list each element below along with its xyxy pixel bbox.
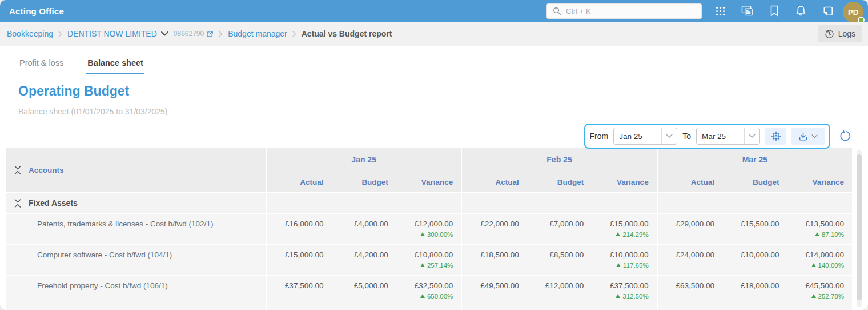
download-icon xyxy=(798,132,808,141)
settings-button[interactable] xyxy=(765,128,786,145)
trend-up-icon xyxy=(420,232,425,236)
company-dropdown-chevron-icon[interactable] xyxy=(161,31,168,36)
to-month-value: Mar 25 xyxy=(697,128,744,144)
budget-value: £12,000.00 xyxy=(527,276,592,310)
history-icon xyxy=(825,29,834,39)
page-subtitle: Balance sheet (01/01/2025 to 31/03/2025) xyxy=(18,107,868,116)
account-name: Freehold property - Cost b/fwd (106/1) xyxy=(6,276,266,310)
search-input[interactable] xyxy=(566,7,696,15)
trend-up-icon xyxy=(811,294,816,298)
budget-value: £15,500.00 xyxy=(722,214,787,244)
logs-button[interactable]: Logs xyxy=(818,25,862,42)
group-row-fixed-assets[interactable]: Fixed Assets xyxy=(6,193,852,213)
breadcrumb-separator-icon xyxy=(219,31,223,37)
variance-percent: 252.78% xyxy=(795,293,844,300)
breadcrumb-budget-manager[interactable]: Budget manager xyxy=(228,29,287,38)
collapse-all-icon[interactable] xyxy=(14,165,21,175)
breadcrumb-separator-icon xyxy=(58,31,62,37)
breadcrumb: Bookkeeping DENTIST NOW LIMITED 08662790… xyxy=(0,22,868,46)
breadcrumb-bookkeeping[interactable]: Bookkeeping xyxy=(7,29,53,38)
variance-value: £15,000.00 214.29% xyxy=(592,214,656,244)
col-header-variance[interactable]: Variance xyxy=(396,178,461,186)
variance-percent: 312.50% xyxy=(600,293,648,300)
top-bar: Acting Office xyxy=(0,0,868,22)
global-search[interactable] xyxy=(546,3,702,19)
refresh-button[interactable] xyxy=(836,127,854,145)
actual-value: £22,000.00 xyxy=(462,214,527,244)
variance-value: £32,500.00 650.00% xyxy=(396,276,461,310)
col-header-budget[interactable]: Budget xyxy=(331,178,396,186)
col-header-variance[interactable]: Variance xyxy=(787,178,852,186)
budget-value: £4,200.00 xyxy=(331,245,396,275)
app-title: Acting Office xyxy=(9,6,64,16)
variance-value: £12,000.00 300.00% xyxy=(396,214,461,244)
col-header-variance[interactable]: Variance xyxy=(592,178,656,186)
breadcrumb-current-page: Actual vs Budget report xyxy=(302,29,392,38)
tab-profit-and-loss[interactable]: Profit & loss xyxy=(18,58,65,74)
actual-value: £63,500.00 xyxy=(658,276,722,310)
collapse-group-icon[interactable] xyxy=(14,198,21,208)
avatar-initials: PD xyxy=(848,8,858,17)
budget-value: £5,000.00 xyxy=(331,276,396,310)
budget-value: £10,000.00 xyxy=(722,245,787,275)
trend-up-icon xyxy=(811,263,816,267)
download-button[interactable] xyxy=(791,128,825,145)
page-title: Operating Budget xyxy=(18,84,868,99)
period-filter-box: From Jan 25 To Mar 25 xyxy=(584,124,830,149)
bookmark-icon[interactable] xyxy=(768,5,780,17)
trend-up-icon xyxy=(815,232,819,236)
variance-value: £37,500.00 312.50% xyxy=(592,276,656,310)
variance-percent: 87.10% xyxy=(795,231,844,238)
chevron-down-icon xyxy=(661,128,677,144)
trend-up-icon xyxy=(616,232,620,236)
actual-value: £18,500.00 xyxy=(462,245,527,275)
breadcrumb-separator-icon xyxy=(292,31,296,37)
trend-up-icon xyxy=(420,263,425,267)
col-header-budget[interactable]: Budget xyxy=(527,178,592,186)
trend-up-icon xyxy=(616,294,620,298)
actual-value: £37,500.00 xyxy=(267,276,331,310)
notifications-bell-icon[interactable] xyxy=(795,5,807,17)
month-header-jan: Jan 25 xyxy=(266,148,461,172)
col-header-budget[interactable]: Budget xyxy=(722,178,787,186)
vertical-scrollbar[interactable] xyxy=(857,150,862,307)
trend-up-icon xyxy=(420,294,425,298)
from-month-value: Jan 25 xyxy=(614,128,661,144)
scrollbar-thumb[interactable] xyxy=(857,154,862,300)
chevron-down-icon xyxy=(744,128,760,144)
table-row: Computer software - Cost b/fwd (104/1) £… xyxy=(6,245,852,275)
app-window: Acting Office xyxy=(0,0,868,310)
to-month-select[interactable]: Mar 25 xyxy=(696,128,760,145)
app-window-icon[interactable] xyxy=(741,5,753,17)
variance-percent: 300.00% xyxy=(404,231,453,238)
col-header-actual[interactable]: Actual xyxy=(462,178,527,186)
col-header-actual[interactable]: Actual xyxy=(658,178,722,186)
actual-vs-budget-table: Accounts Jan 25 Feb 25 Mar 25 Actual Bud… xyxy=(6,148,852,310)
online-status-dot xyxy=(858,17,865,23)
group-label: Fixed Assets xyxy=(29,198,78,208)
sticky-note-icon[interactable] xyxy=(822,5,834,17)
from-month-select[interactable]: Jan 25 xyxy=(613,128,677,145)
budget-value: £7,000.00 xyxy=(527,214,592,244)
breadcrumb-company[interactable]: DENTIST NOW LIMITED xyxy=(67,29,157,38)
actual-value: £15,000.00 xyxy=(267,245,331,275)
logs-label: Logs xyxy=(838,29,855,38)
external-link-icon[interactable] xyxy=(206,30,214,38)
variance-percent: 214.29% xyxy=(600,231,648,238)
table-row: Patents, trademarks & licenses - Cost b/… xyxy=(6,214,852,244)
col-header-actual[interactable]: Actual xyxy=(267,178,331,186)
apps-grid-icon[interactable] xyxy=(714,5,726,17)
variance-value: £45,500.00 252.78% xyxy=(787,276,852,310)
account-name: Computer software - Cost b/fwd (104/1) xyxy=(6,245,266,275)
tab-balance-sheet[interactable]: Balance sheet xyxy=(86,58,144,74)
actual-value: £49,500.00 xyxy=(462,276,527,310)
month-header-mar: Mar 25 xyxy=(657,148,852,172)
download-options-chevron-icon[interactable] xyxy=(811,134,818,138)
avatar[interactable]: PD xyxy=(843,2,863,22)
variance-percent: 650.00% xyxy=(404,293,453,300)
month-header-feb: Feb 25 xyxy=(461,148,656,172)
from-label: From xyxy=(590,132,609,141)
trend-up-icon xyxy=(616,263,621,267)
variance-value: £13,500.00 87.10% xyxy=(787,214,852,244)
accounts-header-label[interactable]: Accounts xyxy=(29,166,64,174)
